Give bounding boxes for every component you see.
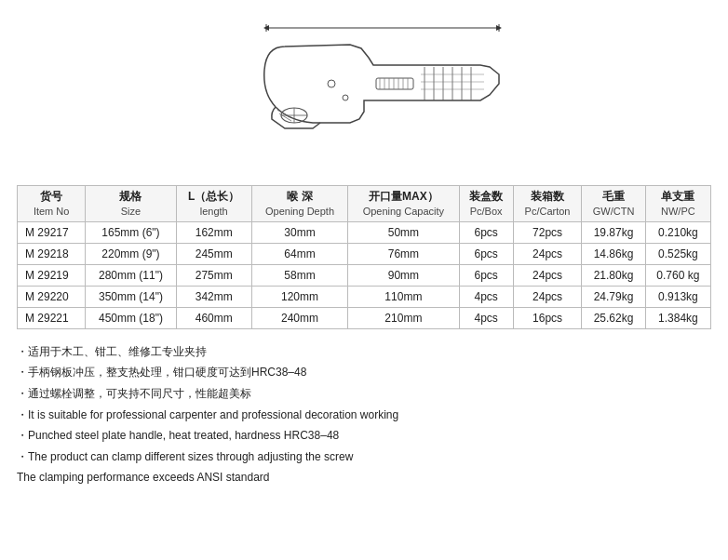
table-header-0: 货号Item No — [18, 186, 86, 222]
feature-item: ・Punched steel plate handle, heat treate… — [17, 426, 711, 447]
table-cell-3-4: 110mm — [348, 286, 459, 307]
table-cell-3-0: M 29220 — [18, 286, 86, 307]
table-cell-2-5: 6pcs — [459, 264, 513, 286]
table-cell-1-5: 6pcs — [459, 243, 513, 264]
table-cell-1-6: 24pcs — [513, 243, 582, 264]
table-cell-2-3: 58mm — [251, 264, 347, 286]
table-header-4: 开口量MAX）Opening Capacity — [348, 186, 459, 222]
page: 货号Item No规格SizeL（总长）length喉 深Opening Dep… — [0, 0, 728, 504]
table-row: M 29221450mm (18")460mm240mm210mm4pcs16p… — [18, 307, 711, 328]
table-cell-2-1: 280mm (11") — [86, 264, 176, 286]
table-row: M 29219280mm (11")275mm58mm90mm6pcs24pcs… — [18, 264, 711, 286]
table-cell-4-7: 25.62kg — [582, 307, 645, 328]
table-header-row: 货号Item No规格SizeL（总长）length喉 深Opening Dep… — [18, 186, 711, 222]
table-cell-2-7: 21.80kg — [582, 264, 645, 286]
table-cell-3-3: 120mm — [251, 286, 347, 307]
table-cell-3-1: 350mm (14") — [86, 286, 176, 307]
table-cell-0-1: 165mm (6") — [86, 221, 176, 243]
diagram-area — [17, 9, 711, 185]
table-cell-1-3: 64mm — [251, 243, 347, 264]
features-section: ・适用于木工、钳工、维修工专业夹持・手柄钢板冲压，整支热处理，钳口硬度可达到HR… — [17, 342, 711, 488]
feature-item: ・手柄钢板冲压，整支热处理，钳口硬度可达到HRC38–48 — [17, 363, 711, 383]
feature-item: ・It is suitable for professional carpent… — [17, 406, 711, 426]
table-header-6: 装箱数Pc/Carton — [513, 186, 582, 222]
feature-item: The clamping performance exceeds ANSI st… — [17, 468, 711, 488]
table-header-8: 单支重NW/PC — [645, 186, 710, 222]
table-row: M 29218220mm (9")245mm64mm76mm6pcs24pcs1… — [18, 243, 711, 264]
table-cell-3-8: 0.913kg — [645, 286, 710, 307]
svg-point-15 — [328, 80, 335, 87]
tool-diagram — [238, 19, 527, 167]
table-cell-1-7: 14.86kg — [582, 243, 645, 264]
feature-item: ・The product can clamp different sizes t… — [17, 447, 711, 468]
svg-point-16 — [343, 95, 348, 100]
table-cell-1-4: 76mm — [348, 243, 459, 264]
spec-table: 货号Item No规格SizeL（总长）length喉 深Opening Dep… — [17, 185, 711, 329]
table-row: M 29220350mm (14")342mm120mm110mm4pcs24p… — [18, 286, 711, 307]
table-cell-0-7: 19.87kg — [582, 221, 645, 243]
table-cell-0-3: 30mm — [251, 221, 347, 243]
table-header-2: L（总长）length — [176, 186, 251, 222]
table-cell-4-8: 1.384kg — [645, 307, 710, 328]
diagram-wrapper — [238, 19, 527, 170]
table-header-3: 喉 深Opening Depth — [251, 186, 347, 222]
table-header-7: 毛重GW/CTN — [582, 186, 645, 222]
table-header-5: 装盒数Pc/Box — [459, 186, 513, 222]
table-cell-0-6: 72pcs — [513, 221, 582, 243]
table-cell-4-1: 450mm (18") — [86, 307, 176, 328]
table-cell-1-2: 245mm — [176, 243, 251, 264]
table-cell-1-8: 0.525kg — [645, 243, 710, 264]
table-cell-3-5: 4pcs — [459, 286, 513, 307]
table-cell-3-2: 342mm — [176, 286, 251, 307]
table-cell-4-3: 240mm — [251, 307, 347, 328]
table-cell-2-8: 0.760 kg — [645, 264, 710, 286]
feature-item: ・通过螺栓调整，可夹持不同尺寸，性能超美标 — [17, 384, 711, 405]
table-cell-3-6: 24pcs — [513, 286, 582, 307]
feature-item: ・适用于木工、钳工、维修工专业夹持 — [17, 342, 711, 363]
table-cell-4-4: 210mm — [348, 307, 459, 328]
table-cell-1-0: M 29218 — [18, 243, 86, 264]
table-cell-4-6: 16pcs — [513, 307, 582, 328]
table-cell-3-7: 24.79kg — [582, 286, 645, 307]
table-header-1: 规格Size — [86, 186, 176, 222]
table-cell-4-2: 460mm — [176, 307, 251, 328]
table-cell-0-5: 6pcs — [459, 221, 513, 243]
table-cell-2-6: 24pcs — [513, 264, 582, 286]
table-cell-4-0: M 29221 — [18, 307, 86, 328]
table-cell-4-5: 4pcs — [459, 307, 513, 328]
table-cell-0-8: 0.210kg — [645, 221, 710, 243]
table-cell-1-1: 220mm (9") — [86, 243, 176, 264]
table-cell-0-0: M 29217 — [18, 221, 86, 243]
table-cell-2-4: 90mm — [348, 264, 459, 286]
table-cell-2-2: 275mm — [176, 264, 251, 286]
table-cell-0-2: 162mm — [176, 221, 251, 243]
table-row: M 29217165mm (6")162mm30mm50mm6pcs72pcs1… — [18, 221, 711, 243]
table-cell-2-0: M 29219 — [18, 264, 86, 286]
table-cell-0-4: 50mm — [348, 221, 459, 243]
